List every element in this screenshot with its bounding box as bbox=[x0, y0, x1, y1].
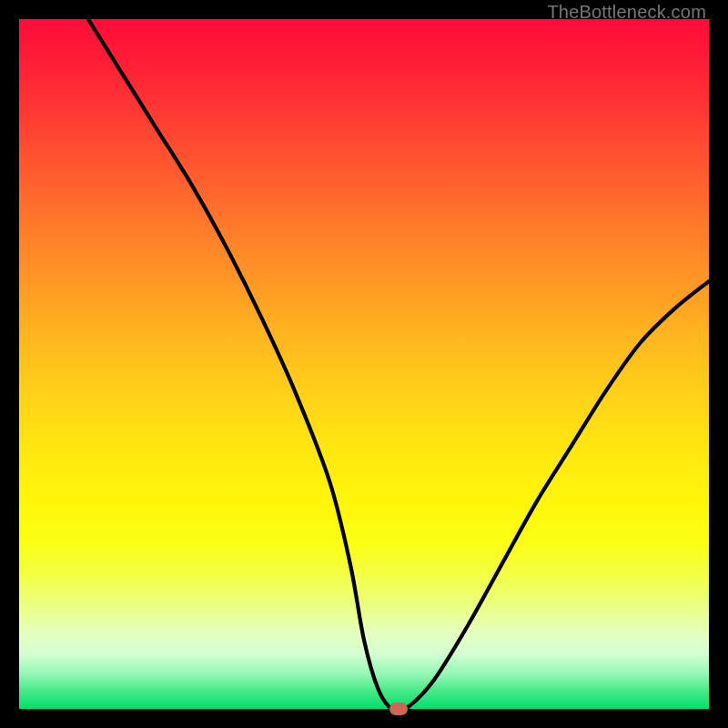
bottleneck-curve bbox=[19, 19, 709, 709]
optimal-point-marker bbox=[389, 703, 408, 715]
plot-area bbox=[19, 19, 709, 709]
chart-frame: TheBottleneck.com bbox=[0, 0, 728, 728]
